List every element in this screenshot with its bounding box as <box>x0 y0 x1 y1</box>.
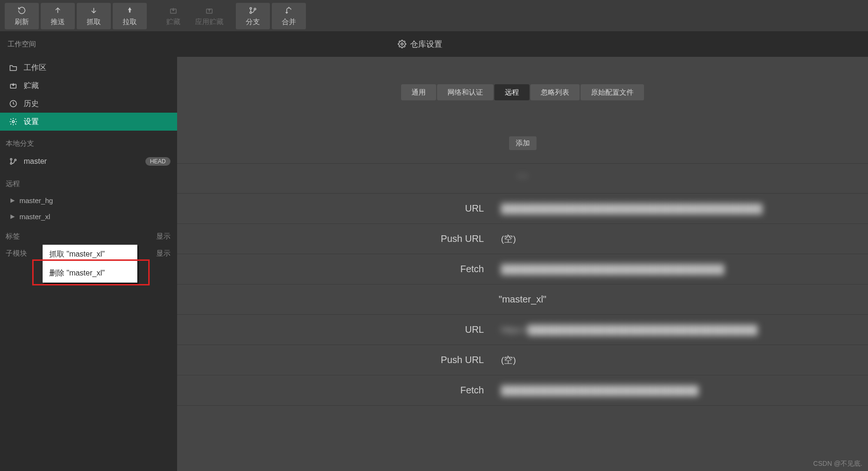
remote1-url-value: ████████████████████████████████████████… <box>501 204 762 213</box>
tab-raw[interactable]: 原始配置文件 <box>581 84 644 100</box>
merge-icon <box>285 6 293 15</box>
context-delete-remote[interactable]: 删除 "master_xl" <box>43 264 137 283</box>
fetch-button[interactable]: 抓取 <box>77 3 111 29</box>
merge-label: 合并 <box>282 18 296 27</box>
url-label: URL <box>190 324 484 335</box>
repo-settings-label: 仓库设置 <box>410 39 442 50</box>
submodules-label: 子模块 <box>6 249 27 258</box>
remote1-url-row: URL ████████████████████████████████████… <box>177 194 868 224</box>
add-remote-button[interactable]: 添加 <box>509 136 537 150</box>
stash-small-icon <box>9 81 18 90</box>
tab-general[interactable]: 通用 <box>401 84 436 100</box>
push-icon <box>54 6 62 15</box>
tab-label: 通用 <box>412 88 426 97</box>
sidebar-item-label: 工作区 <box>24 63 46 73</box>
pushurl-label: Push URL <box>190 355 484 365</box>
ctx-label: 抓取 "master_xl" <box>49 249 105 259</box>
svg-point-3 <box>250 11 252 13</box>
history-icon <box>9 99 18 108</box>
pull-button[interactable]: 拉取 <box>113 3 147 29</box>
svg-point-5 <box>401 43 403 45</box>
url-label: URL <box>190 203 484 214</box>
tab-label: 网络和认证 <box>447 88 483 97</box>
remote2-fetch-value: ███████████████████████████████ <box>501 385 698 395</box>
tags-label: 标签 <box>6 232 20 241</box>
tab-ignore[interactable]: 忽略列表 <box>530 84 580 100</box>
head-badge: HEAD <box>145 157 170 166</box>
fetch-label: Fetch <box>190 385 484 396</box>
branch-button[interactable]: 分支 <box>236 3 270 29</box>
local-branch-row[interactable]: master HEAD <box>0 152 177 171</box>
workspace-header: 工作空间 仓库设置 <box>0 31 868 57</box>
branch-name: master <box>24 157 47 166</box>
ctx-label: 删除 "master_xl" <box>49 268 105 278</box>
sidebar-item-label: 设置 <box>24 117 39 127</box>
workspace-title: 工作空间 <box>8 40 36 49</box>
remote-item-master-hg[interactable]: ▶ master_hg <box>0 192 177 208</box>
remote1-fetch-row: Fetch ██████████████████████████████████… <box>177 254 868 284</box>
sidebar-item-label: 历史 <box>24 99 39 109</box>
remote1-pushurl-row: Push URL (空) <box>177 224 868 254</box>
remote-name: master_xl <box>19 213 50 221</box>
pull-label: 拉取 <box>123 18 137 27</box>
fetch-label: 抓取 <box>87 18 101 27</box>
add-label: 添加 <box>516 139 530 147</box>
remote1-name: " " <box>518 173 528 184</box>
sidebar-item-settings[interactable]: 设置 <box>0 113 177 131</box>
apply-stash-icon <box>205 6 214 15</box>
merge-button[interactable]: 合并 <box>272 3 306 29</box>
remote1-pushurl-value: (空) <box>484 233 855 245</box>
branch-icon <box>249 6 257 15</box>
remote-name: master_hg <box>19 196 53 204</box>
stash-icon <box>169 6 178 15</box>
tab-remote[interactable]: 远程 <box>494 84 529 100</box>
remote2-pushurl-value: (空) <box>484 354 855 366</box>
sidebar-item-history[interactable]: 历史 <box>0 95 177 113</box>
tags-show-link[interactable]: 显示 <box>156 232 170 241</box>
push-label: 推送 <box>51 18 65 27</box>
apply-stash-label: 应用贮藏 <box>195 18 224 27</box>
folder-icon <box>9 63 18 72</box>
submodules-show-link[interactable]: 显示 <box>156 249 170 258</box>
fetch-icon <box>89 6 98 15</box>
refresh-icon <box>18 6 26 15</box>
push-button[interactable]: 推送 <box>41 3 75 29</box>
tab-network[interactable]: 网络和认证 <box>437 84 493 100</box>
pushurl-label: Push URL <box>190 233 484 244</box>
local-branches-section-label: 本地分支 <box>0 131 177 152</box>
svg-point-10 <box>10 163 12 164</box>
remote2-url-row: URL https://████████████████████████████… <box>177 315 868 345</box>
stash-label: 贮藏 <box>166 18 180 27</box>
repo-settings-button[interactable]: 仓库设置 <box>36 39 804 50</box>
remote-section-name-row: " " <box>177 163 868 194</box>
remote2-fetch-row: Fetch ███████████████████████████████ <box>177 375 868 406</box>
tab-label: 远程 <box>505 88 519 97</box>
svg-point-4 <box>254 8 256 10</box>
apply-stash-button: 应用贮藏 <box>192 3 226 29</box>
refresh-button[interactable]: 刷新 <box>5 3 39 29</box>
branch-small-icon <box>9 157 18 166</box>
stash-button: 贮藏 <box>156 3 190 29</box>
remote2-name: "master_xl" <box>190 294 855 305</box>
context-fetch-remote[interactable]: 抓取 "master_xl" <box>43 245 137 264</box>
remote-item-master-xl[interactable]: ▶ master_xl <box>0 208 177 224</box>
settings-tabbar: 通用 网络和认证 远程 忽略列表 原始配置文件 <box>177 84 868 100</box>
remote2-pushurl-row: Push URL (空) <box>177 345 868 375</box>
branch-label: 分支 <box>246 18 260 27</box>
remotes-section-label: 远程 <box>0 171 177 192</box>
fetch-label: Fetch <box>190 264 484 275</box>
svg-point-2 <box>250 7 252 9</box>
remote1-fetch-value: ███████████████████████████████████ <box>501 264 724 274</box>
chevron-right-icon: ▶ <box>10 213 15 220</box>
sidebar-item-label: 贮藏 <box>24 81 39 91</box>
svg-point-11 <box>15 159 16 160</box>
sidebar-item-stash[interactable]: 贮藏 <box>0 77 177 95</box>
gear-icon <box>398 40 406 48</box>
svg-point-8 <box>12 121 15 123</box>
watermark: CSDN @不见底. <box>813 460 862 468</box>
refresh-label: 刷新 <box>15 18 29 27</box>
tab-label: 原始配置文件 <box>591 88 634 97</box>
remote-details: " " URL ████████████████████████████████… <box>177 163 868 406</box>
sidebar-item-workdir[interactable]: 工作区 <box>0 59 177 77</box>
remote-section-name-row-2: "master_xl" <box>177 284 868 315</box>
